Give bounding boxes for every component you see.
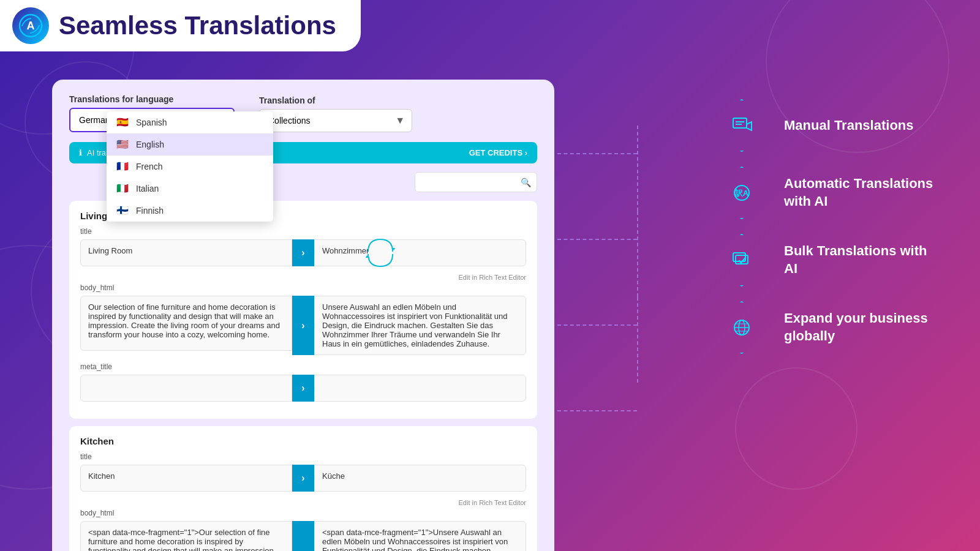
app-title: Seamless Translations	[59, 11, 336, 40]
dropdown-item-finnish[interactable]: 🇫🇮 Finnish	[107, 200, 273, 222]
living-room-body-target: Unsere Auswahl an edlen Möbeln und Wohna…	[314, 296, 526, 355]
french-label: French	[136, 162, 163, 171]
living-room-meta-target	[314, 375, 526, 402]
dropdown-item-french[interactable]: 🇫🇷 French	[107, 156, 273, 178]
kitchen-title-source: Kitchen	[80, 465, 292, 492]
meta-translate-row: ›	[80, 375, 526, 402]
title-translate-container: Living Room › Wohnzimmer	[80, 239, 526, 266]
ai-hex-shape: 訳A	[715, 167, 768, 219]
rich-text-link-1[interactable]: Edit in Rich Text Editor	[80, 274, 526, 281]
connector-h-1	[557, 153, 637, 154]
svg-text:訳A: 訳A	[735, 189, 749, 198]
spanish-label: Spanish	[136, 118, 167, 127]
info-icon: ℹ	[79, 148, 82, 157]
living-room-body-source: Our selection of fine furniture and home…	[80, 296, 292, 351]
global-hex-icon	[714, 300, 769, 355]
living-room-title-source: Living Room	[80, 239, 292, 266]
feature-global: Expand your business globally	[714, 300, 943, 355]
svg-marker-7	[747, 122, 752, 130]
italian-flag: 🇮🇹	[116, 184, 130, 193]
body-translate-row: Our selection of fine furniture and home…	[80, 296, 526, 355]
translate-meta-button[interactable]: ›	[292, 375, 314, 402]
kitchen-body-translate-row: <span data-mce-fragment="1">Our selectio…	[80, 521, 526, 551]
living-room-item: Living Room title Living Room › Wohnzimm…	[69, 201, 537, 419]
kitchen-section-title: Kitchen	[80, 436, 526, 446]
connector-h-4	[557, 410, 637, 411]
collection-select-wrapper: Collections Products Pages ▼	[259, 109, 412, 132]
connector-h-2	[557, 239, 637, 240]
ai-translation-label: Automatic Translations with AI	[784, 175, 943, 210]
feature-bulk: Bulk Translations with AI	[714, 233, 943, 288]
global-label: Expand your business globally	[784, 310, 943, 345]
kitchen-body-source: <span data-mce-fragment="1">Our selectio…	[80, 521, 292, 551]
kitchen-title-target: Küche	[314, 465, 526, 492]
collection-select[interactable]: Collections Products Pages	[259, 109, 412, 132]
svg-rect-4	[733, 118, 747, 128]
search-input[interactable]	[415, 172, 537, 192]
get-credits-button[interactable]: GET CREDITS ›	[469, 148, 527, 157]
feature-ai: 訳A Automatic Translations with AI	[714, 165, 943, 220]
kitchen-item: Kitchen title Kitchen › Küche Edit in Ri…	[69, 426, 537, 551]
living-room-meta-source	[80, 375, 292, 402]
translate-kitchen-title-button[interactable]: ›	[292, 465, 314, 492]
english-label: English	[136, 140, 164, 149]
features-panel: Manual Translations 訳A Automatic Transla…	[714, 98, 943, 355]
manual-hex-shape	[715, 99, 768, 152]
connector-v-1	[637, 126, 638, 211]
living-room-title-target: Wohnzimmer	[314, 239, 526, 266]
italian-label: Italian	[136, 184, 159, 193]
bulk-hex-icon	[714, 233, 769, 288]
global-hex-shape	[715, 301, 768, 354]
search-wrapper: 🔍	[415, 172, 537, 192]
translate-kitchen-body-button[interactable]: ›	[292, 521, 314, 551]
title-translate-row: Living Room › Wohnzimmer	[80, 239, 526, 266]
french-flag: 🇫🇷	[116, 162, 130, 171]
dropdown-item-italian[interactable]: 🇮🇹 Italian	[107, 178, 273, 200]
kitchen-title-translate-row: Kitchen › Küche	[80, 465, 526, 492]
connector-h-3	[557, 324, 637, 326]
english-flag: 🇺🇸	[116, 140, 130, 149]
rich-text-link-2[interactable]: Edit in Rich Text Editor	[80, 499, 526, 506]
translation-of-field-group: Translation of Collections Products Page…	[259, 96, 412, 132]
feature-manual: Manual Translations	[714, 98, 943, 153]
translations-for-label: Translations for language	[69, 94, 235, 104]
bulk-translation-label: Bulk Translations with AI	[784, 242, 943, 277]
translation-of-label: Translation of	[259, 96, 412, 105]
title-field-label-1: title	[80, 227, 526, 236]
translate-body-button[interactable]: ›	[292, 296, 314, 355]
language-dropdown: 🇪🇸 Spanish 🇺🇸 English 🇫🇷 French 🇮🇹 Itali…	[107, 111, 273, 222]
ai-hex-icon: 訳A	[714, 165, 769, 220]
dropdown-item-spanish[interactable]: 🇪🇸 Spanish	[107, 111, 273, 133]
spanish-flag: 🇪🇸	[116, 118, 130, 127]
title-field-label-2: title	[80, 452, 526, 461]
logo-icon: A	[12, 7, 49, 44]
kitchen-body-target: <span data-mce-fragment="1">Unsere Auswa…	[314, 521, 526, 551]
bulk-hex-shape	[715, 234, 768, 287]
body-field-label-1: body_html	[80, 283, 526, 292]
finnish-flag: 🇫🇮	[116, 206, 130, 216]
search-icon: 🔍	[521, 178, 531, 187]
bg-deco-6	[735, 367, 858, 490]
svg-text:A: A	[27, 20, 35, 32]
translate-title-button[interactable]: ›	[292, 239, 314, 266]
manual-translation-label: Manual Translations	[784, 117, 914, 135]
manual-hex-icon	[714, 98, 769, 153]
header: A Seamless Translations	[0, 0, 361, 51]
meta-title-field-label: meta_title	[80, 362, 526, 371]
dropdown-item-english[interactable]: 🇺🇸 English	[107, 133, 273, 156]
body-field-label-2: body_html	[80, 509, 526, 517]
connector-v-3	[637, 297, 638, 383]
connector-v-2	[637, 211, 638, 297]
finnish-label: Finnish	[136, 206, 164, 216]
